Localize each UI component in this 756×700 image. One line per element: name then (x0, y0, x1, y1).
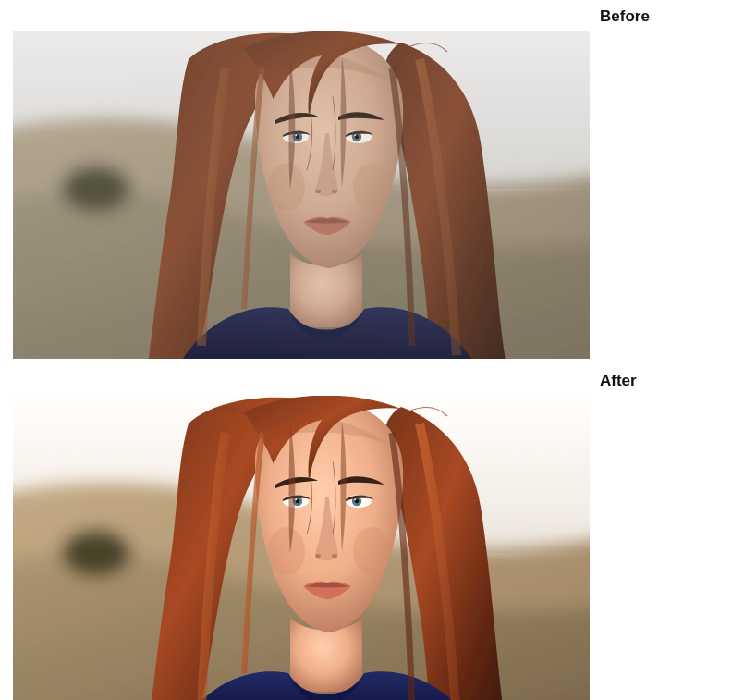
before-block: Before (13, 7, 756, 359)
before-label-row: Before (13, 7, 756, 26)
svg-point-26 (268, 527, 305, 575)
svg-point-13 (353, 163, 390, 211)
after-label: After (600, 372, 637, 390)
svg-point-9 (354, 134, 356, 136)
svg-point-15 (61, 529, 131, 577)
svg-point-12 (268, 163, 305, 211)
svg-point-10 (315, 190, 321, 193)
svg-point-27 (353, 527, 390, 575)
portrait-illustration-after (13, 396, 590, 700)
after-image (13, 396, 590, 700)
before-label: Before (600, 7, 650, 26)
after-label-row: After (13, 372, 756, 390)
svg-point-11 (332, 190, 337, 193)
svg-point-23 (354, 498, 356, 500)
svg-point-1 (61, 165, 131, 213)
svg-point-19 (295, 498, 297, 500)
svg-point-25 (332, 554, 337, 558)
svg-point-5 (295, 134, 297, 136)
portrait-illustration-before (13, 31, 590, 359)
svg-point-24 (315, 554, 321, 558)
before-image (13, 31, 590, 359)
after-block: After (13, 372, 756, 700)
